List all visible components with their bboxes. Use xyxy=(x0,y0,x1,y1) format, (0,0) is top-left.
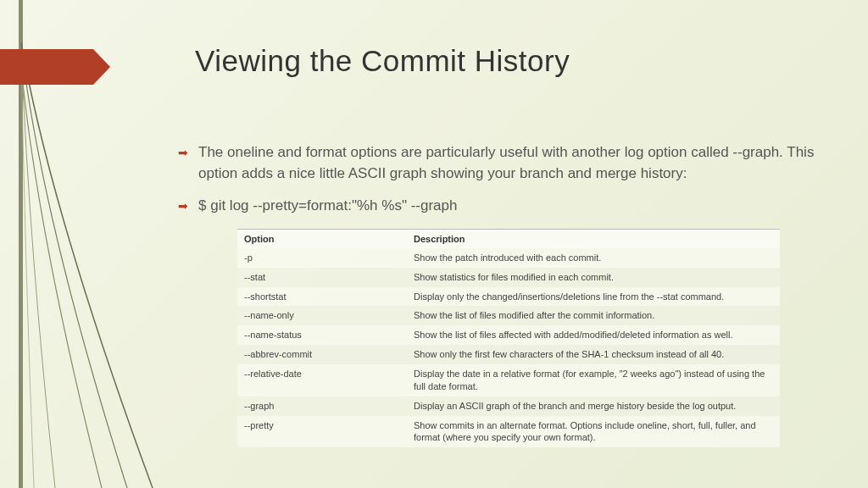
title-arrow-decoration xyxy=(0,49,110,85)
bullet-icon: ➡ xyxy=(178,199,188,213)
description-cell: Show the list of files affected with add… xyxy=(407,325,780,345)
option-cell: -p xyxy=(237,248,407,268)
option-cell: --graph xyxy=(237,396,407,416)
description-cell: Display only the changed/insertions/dele… xyxy=(407,287,780,307)
bullet-text: The oneline and format options are parti… xyxy=(198,142,822,184)
bullet-icon: ➡ xyxy=(178,146,188,159)
option-cell: --relative-date xyxy=(237,364,407,396)
page-title: Viewing the Commit History xyxy=(195,44,570,78)
table-row: --name-onlyShow the list of files modifi… xyxy=(237,306,780,325)
bullet-item: ➡ The oneline and format options are par… xyxy=(178,142,822,184)
table-row: --graphDisplay an ASCII graph of the bra… xyxy=(237,396,780,416)
bullet-text: $ git log --pretty=format:"%h %s" --grap… xyxy=(198,196,457,217)
table-row: --relative-dateDisplay the date in a rel… xyxy=(237,364,780,396)
table-header-description: Description xyxy=(407,230,780,248)
description-cell: Show the patch introduced with each comm… xyxy=(407,248,780,268)
table-row: -pShow the patch introduced with each co… xyxy=(237,248,780,268)
table-row: --shortstatDisplay only the changed/inse… xyxy=(237,287,780,307)
content-area: ➡ The oneline and format options are par… xyxy=(178,142,822,447)
description-cell: Show commits in an alternate format. Opt… xyxy=(407,416,780,448)
option-cell: --pretty xyxy=(237,416,407,448)
option-cell: --stat xyxy=(237,268,407,287)
table-row: --name-statusShow the list of files affe… xyxy=(237,325,780,345)
description-cell: Show the list of files modified after th… xyxy=(407,306,780,325)
description-cell: Display an ASCII graph of the branch and… xyxy=(407,396,780,416)
option-cell: --abbrev-commit xyxy=(237,345,407,364)
table-row: --statShow statistics for files modified… xyxy=(237,268,780,287)
bullet-item: ➡ $ git log --pretty=format:"%h %s" --gr… xyxy=(178,196,822,217)
option-cell: --name-only xyxy=(237,306,407,325)
options-table: Option Description -pShow the patch intr… xyxy=(237,230,780,447)
option-cell: --shortstat xyxy=(237,287,407,307)
table-row: --prettyShow commits in an alternate for… xyxy=(237,416,780,448)
table-row: --abbrev-commitShow only the first few c… xyxy=(237,345,780,364)
option-cell: --name-status xyxy=(237,325,407,345)
description-cell: Show statistics for files modified in ea… xyxy=(407,268,780,287)
table-header-option: Option xyxy=(237,230,407,248)
description-cell: Display the date in a relative format (f… xyxy=(407,364,780,396)
options-table-wrap: Option Description -pShow the patch intr… xyxy=(237,229,780,447)
description-cell: Show only the first few characters of th… xyxy=(407,345,780,364)
